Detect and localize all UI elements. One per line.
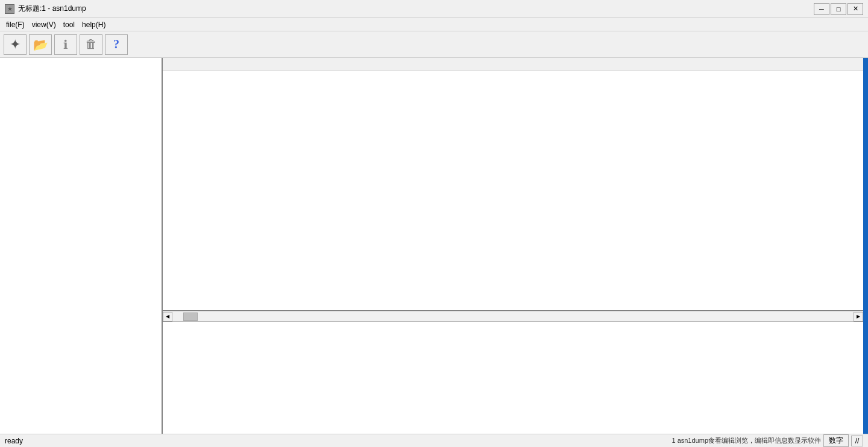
scroll-thumb[interactable] xyxy=(183,312,198,321)
scroll-track[interactable] xyxy=(172,312,863,322)
maximize-button[interactable]: □ xyxy=(831,3,846,15)
toolbar-help-button[interactable]: ? xyxy=(105,34,128,55)
main-container: ◀ ▶ xyxy=(0,58,868,434)
title-bar-left: ★ 无标题:1 - asn1dump xyxy=(5,4,86,14)
toolbar-save-button[interactable]: 🗑 xyxy=(80,34,102,55)
scroll-right-button[interactable]: ▶ xyxy=(854,312,863,322)
horizontal-scrollbar[interactable]: ◀ ▶ xyxy=(163,311,863,322)
title-bar-controls: ─ □ ✕ xyxy=(814,3,863,15)
scroll-left-icon: ◀ xyxy=(166,314,169,319)
new-icon: ✦ xyxy=(10,37,20,52)
menu-bar: file(F) view(V) tool help(H) xyxy=(0,18,868,31)
scroll-left-button[interactable]: ◀ xyxy=(163,312,172,322)
status-info: 1 asn1dump食看编辑浏览，编辑即信息数显示软件 xyxy=(671,436,821,445)
app-icon: ★ xyxy=(5,4,14,14)
save-icon: 🗑 xyxy=(85,37,97,51)
window-title: 无标题:1 - asn1dump xyxy=(18,4,86,14)
bottom-panel[interactable] xyxy=(163,322,863,434)
sidebar[interactable] xyxy=(0,58,163,434)
minimize-button[interactable]: ─ xyxy=(814,3,829,15)
status-bar: ready 1 asn1dump食看编辑浏览，编辑即信息数显示软件 数字 // xyxy=(0,434,868,447)
open-icon: 📂 xyxy=(33,37,48,52)
status-digit-button[interactable]: 数字 xyxy=(823,434,849,447)
close-button[interactable]: ✕ xyxy=(848,3,863,15)
status-right: 1 asn1dump食看编辑浏览，编辑即信息数显示软件 数字 // xyxy=(671,434,863,447)
menu-tool[interactable]: tool xyxy=(60,19,78,30)
toolbar: ✦ 📂 ℹ 🗑 ? xyxy=(0,31,868,58)
menu-help[interactable]: help(H) xyxy=(78,19,109,30)
menu-view[interactable]: view(V) xyxy=(28,19,60,30)
menu-file[interactable]: file(F) xyxy=(2,19,28,30)
status-text: ready xyxy=(5,437,23,445)
top-panel[interactable] xyxy=(163,71,863,311)
scroll-right-icon: ▶ xyxy=(857,314,860,319)
help-icon: ? xyxy=(113,37,119,51)
toolbar-new-button[interactable]: ✦ xyxy=(4,34,27,55)
toolbar-open-button[interactable]: 📂 xyxy=(29,34,52,55)
status-extra-button[interactable]: // xyxy=(851,436,863,446)
info-icon: ℹ xyxy=(63,37,68,52)
content-area: ◀ ▶ xyxy=(163,58,863,434)
title-bar: ★ 无标题:1 - asn1dump ─ □ ✕ xyxy=(0,0,868,18)
toolbar-info-button[interactable]: ℹ xyxy=(54,34,77,55)
panel-header xyxy=(163,58,863,71)
right-edge-strip xyxy=(863,58,868,434)
